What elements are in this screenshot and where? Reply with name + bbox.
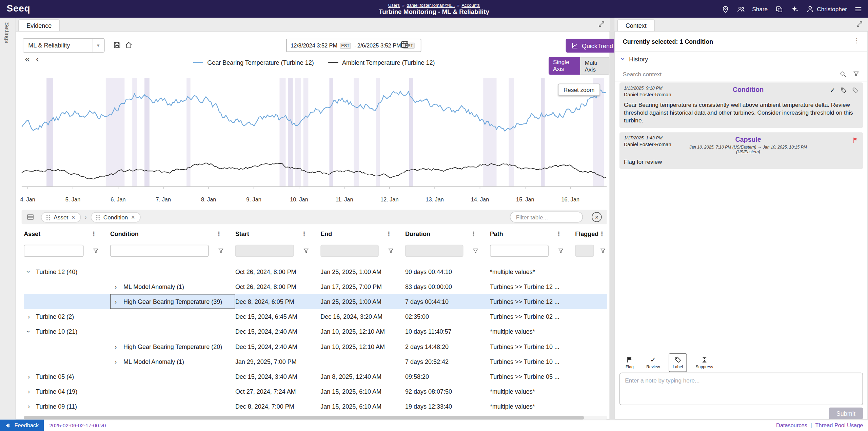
datasources-link[interactable]: Datasources: [776, 423, 807, 429]
reset-zoom-button[interactable]: Reset zoom: [558, 84, 600, 96]
users-icon[interactable]: [737, 5, 745, 13]
search-icon[interactable]: [839, 70, 846, 77]
table-row[interactable]: ›Turbine 05 (4) Dec 15, 2024, 3:40 AM Ja…: [24, 369, 607, 384]
filter-input-path[interactable]: [490, 245, 549, 257]
breadcrumb-users-link[interactable]: Users: [388, 3, 400, 8]
context-search-input[interactable]: [623, 68, 822, 80]
tag-icon[interactable]: [852, 87, 859, 94]
chevron-right-icon[interactable]: ›: [113, 282, 118, 290]
chevron-right-icon[interactable]: ›: [113, 357, 118, 365]
column-header-path[interactable]: Path⋮: [490, 230, 575, 237]
breadcrumb-accounts-link[interactable]: Accounts: [461, 3, 480, 8]
filter-icon[interactable]: [388, 248, 394, 254]
filter-input-start[interactable]: [235, 245, 294, 257]
review-action-button[interactable]: ✓ Review: [643, 353, 664, 372]
table-rows-icon[interactable]: [26, 213, 34, 221]
filter-icon[interactable]: [852, 70, 860, 77]
quicktrend-button[interactable]: QuickTrend: [566, 39, 619, 53]
chevron-right-icon[interactable]: ›: [26, 313, 32, 320]
pill-asset[interactable]: Asset ×: [41, 212, 81, 222]
chevron-down-icon[interactable]: ›: [25, 329, 33, 334]
pill-condition[interactable]: Condition ×: [91, 212, 140, 222]
filter-input-asset[interactable]: [24, 245, 83, 257]
expand-icon[interactable]: [856, 20, 863, 27]
chevron-right-icon[interactable]: ›: [113, 298, 118, 306]
table-row-selected[interactable]: ›High Gear Bearing Temperature (39) Dec …: [24, 294, 607, 309]
breadcrumb-user-link[interactable]: daniel.foster.roman@s...: [407, 3, 455, 8]
table-row[interactable]: ›Turbine 02 (2) Dec 15, 2024, 6:45 AM De…: [24, 309, 607, 324]
drag-handle-icon[interactable]: [96, 214, 100, 220]
filter-icon[interactable]: [557, 248, 564, 254]
column-menu-icon[interactable]: ⋮: [386, 231, 392, 237]
remove-pill-icon[interactable]: ×: [131, 214, 135, 220]
table-row[interactable]: ›Turbine 12 (40) Oct 26, 2024, 8:00 PM J…: [24, 264, 607, 279]
table-row[interactable]: ›ML Model Anomaly (1) Jan 29, 2025, 7:00…: [24, 354, 607, 369]
home-icon[interactable]: [124, 41, 133, 49]
table-row[interactable]: ›ML Model Anomaly (1) Oct 26, 2024, 8:00…: [24, 279, 607, 294]
filter-input-end[interactable]: [320, 245, 378, 257]
workbook-select[interactable]: ML & Reliability ▾: [23, 38, 105, 53]
location-icon[interactable]: [721, 5, 729, 13]
column-menu-icon[interactable]: ⋮: [301, 231, 307, 237]
trend-chart[interactable]: Reset zoom: [22, 78, 607, 194]
tag-icon[interactable]: [840, 87, 847, 94]
expand-icon[interactable]: [598, 20, 605, 27]
window-stack-icon[interactable]: [775, 5, 783, 13]
column-menu-icon[interactable]: ⋮: [599, 231, 605, 237]
filter-icon[interactable]: [599, 248, 606, 254]
table-row[interactable]: ›Turbine 10 (21) Dec 15, 2024, 2:40 AM J…: [24, 324, 607, 339]
table-row[interactable]: ›High Gear Bearing Temperature (20) Dec …: [24, 339, 607, 354]
settings-rail-label[interactable]: Settings: [4, 22, 11, 43]
column-menu-icon[interactable]: ⋮: [216, 231, 222, 237]
hamburger-menu-icon[interactable]: [854, 5, 862, 13]
context-card[interactable]: 1/17/2025, 1:43 PM Daniel Foster-Roman C…: [619, 132, 863, 169]
check-icon[interactable]: ✓: [830, 87, 835, 94]
column-menu-icon[interactable]: ⋮: [556, 231, 562, 237]
filter-icon[interactable]: [472, 248, 479, 254]
table-row[interactable]: ›Turbine 04 (19) Oct 27, 2024, 7:24 AM J…: [24, 384, 607, 398]
context-card[interactable]: 1/13/2025, 9:18 PM Daniel Foster-Roman C…: [619, 82, 863, 128]
remove-pill-icon[interactable]: ×: [72, 214, 75, 220]
trend-chart-svg[interactable]: [22, 78, 607, 194]
filter-icon[interactable]: [93, 248, 99, 254]
tab-evidence[interactable]: Evidence: [18, 19, 60, 31]
context-menu-icon[interactable]: ⋮: [854, 38, 860, 44]
user-menu[interactable]: Christopher: [806, 5, 847, 13]
table-row[interactable]: ›Turbine 09 (11) Dec 8, 2024, 7:00 PM Ja…: [24, 399, 607, 414]
filter-input-flagged[interactable]: [575, 245, 594, 257]
note-input[interactable]: [619, 373, 863, 405]
label-action-button[interactable]: Label: [669, 353, 687, 372]
suppress-action-button[interactable]: Suppress: [692, 353, 717, 372]
horizontal-scrollbar[interactable]: [24, 416, 607, 419]
column-header-asset[interactable]: Asset⋮: [24, 230, 110, 237]
calendar-icon[interactable]: [400, 40, 409, 49]
column-header-end[interactable]: End⋮: [320, 230, 405, 237]
column-menu-icon[interactable]: ⋮: [471, 231, 477, 237]
multi-axis-button[interactable]: Multi Axis: [580, 57, 610, 75]
submit-button[interactable]: Submit: [829, 408, 863, 419]
seeq-logo[interactable]: Seeq: [7, 0, 31, 18]
threadpool-link[interactable]: Thread Pool Usage: [815, 423, 863, 429]
feedback-button[interactable]: Feedback: [0, 420, 44, 431]
flag-icon[interactable]: [852, 136, 859, 143]
scrollbar-thumb[interactable]: [24, 416, 584, 419]
flag-action-button[interactable]: Flag: [622, 353, 637, 372]
column-header-flagged[interactable]: Flagged⋮: [575, 230, 607, 237]
share-button[interactable]: Share: [752, 5, 768, 12]
column-menu-icon[interactable]: ⋮: [91, 231, 97, 237]
column-header-duration[interactable]: Duration⋮: [405, 230, 490, 237]
chevron-right-icon[interactable]: ›: [26, 402, 32, 410]
filter-icon[interactable]: [303, 248, 310, 254]
tab-context[interactable]: Context: [617, 19, 655, 31]
chevron-right-icon[interactable]: ›: [26, 387, 32, 395]
chevron-right-icon[interactable]: ›: [113, 342, 118, 350]
sparkle-ai-icon[interactable]: [790, 5, 798, 13]
chevron-right-icon[interactable]: ›: [26, 372, 32, 380]
save-icon[interactable]: [113, 41, 121, 49]
table-filter-input[interactable]: [510, 212, 583, 223]
column-header-condition[interactable]: Condition⋮: [110, 230, 235, 237]
drag-handle-icon[interactable]: [46, 214, 50, 220]
filter-input-duration[interactable]: [405, 245, 463, 257]
filter-icon[interactable]: [218, 248, 224, 254]
history-section-toggle[interactable]: › History: [622, 55, 648, 63]
